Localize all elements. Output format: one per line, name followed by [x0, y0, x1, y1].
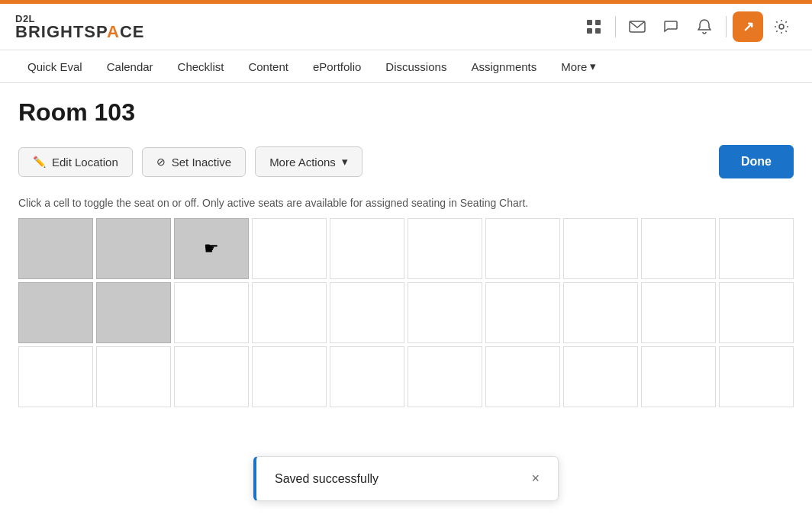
instruction-text: Click a cell to toggle the seat on or of…	[18, 197, 794, 209]
nav-calendar[interactable]: Calendar	[95, 51, 166, 82]
seat-cell[interactable]	[330, 346, 404, 407]
nav-checklist[interactable]: Checklist	[166, 51, 237, 82]
svg-rect-1	[595, 20, 601, 25]
chevron-down-icon: ▾	[590, 59, 596, 73]
seat-cell[interactable]	[408, 346, 482, 407]
seat-cell[interactable]	[563, 346, 638, 407]
seat-cell[interactable]	[719, 346, 794, 407]
navigation: Quick Eval Calendar Checklist Content eP…	[0, 50, 812, 83]
seat-cell[interactable]	[330, 282, 404, 343]
toast-message: Saved successfully	[275, 472, 379, 486]
seat-cell[interactable]	[96, 282, 171, 343]
grid-icon[interactable]	[578, 11, 609, 42]
seat-cell[interactable]	[96, 218, 171, 279]
seat-cell[interactable]	[641, 218, 716, 279]
seat-cell[interactable]	[563, 218, 638, 279]
seat-cell[interactable]	[485, 218, 560, 279]
seat-cell[interactable]	[408, 282, 482, 343]
seat-cell[interactable]	[96, 346, 171, 407]
seat-cell[interactable]	[485, 346, 560, 407]
chat-icon[interactable]	[656, 11, 686, 42]
inactive-icon: ⊘	[156, 156, 166, 168]
logo: D2L BRIGHTSPACE	[15, 14, 145, 40]
seat-cell[interactable]	[174, 346, 249, 407]
seat-cell[interactable]: ☛	[174, 218, 249, 279]
action-bar: ✏️ Edit Location ⊘ Set Inactive More Act…	[18, 145, 794, 178]
seat-cell[interactable]	[18, 346, 93, 407]
seat-cell[interactable]	[174, 282, 249, 343]
pencil-icon: ✏️	[33, 156, 46, 168]
bell-icon[interactable]	[689, 11, 720, 42]
edit-location-button[interactable]: ✏️ Edit Location	[18, 147, 133, 177]
svg-rect-0	[587, 20, 592, 25]
page-content: Room 103 ✏️ Edit Location ⊘ Set Inactive…	[0, 83, 812, 423]
divider-1	[615, 16, 616, 37]
user-avatar-icon[interactable]: ↗	[733, 11, 763, 42]
seat-cell[interactable]	[641, 346, 716, 407]
seat-cell[interactable]	[252, 282, 327, 343]
toast-container: Saved successfully ×	[253, 456, 559, 501]
nav-content[interactable]: Content	[236, 51, 301, 82]
set-inactive-button[interactable]: ⊘ Set Inactive	[142, 147, 246, 177]
chevron-down-icon: ▾	[342, 155, 348, 169]
svg-rect-3	[595, 28, 601, 34]
svg-point-5	[779, 24, 784, 29]
toast-notification: Saved successfully ×	[253, 456, 559, 501]
seat-cell[interactable]	[330, 218, 404, 279]
seat-cell[interactable]	[719, 218, 794, 279]
seat-cell[interactable]	[719, 282, 794, 343]
seat-cell[interactable]	[18, 282, 93, 343]
svg-rect-2	[587, 28, 592, 34]
seat-cell[interactable]	[252, 218, 327, 279]
seat-cell[interactable]	[641, 282, 716, 343]
nav-eportfolio[interactable]: ePortfolio	[301, 51, 373, 82]
seat-cell[interactable]	[252, 346, 327, 407]
seat-cell[interactable]	[485, 282, 560, 343]
divider-2	[726, 16, 727, 37]
nav-more[interactable]: More ▾	[549, 50, 608, 82]
seat-cell[interactable]	[408, 218, 482, 279]
header-icons: ↗	[578, 11, 797, 42]
seat-grid: ☛	[18, 218, 794, 407]
nav-quick-eval[interactable]: Quick Eval	[15, 51, 95, 82]
nav-assignments[interactable]: Assignments	[459, 51, 549, 82]
page-title: Room 103	[18, 98, 794, 127]
header: D2L BRIGHTSPACE ↗	[0, 4, 812, 50]
nav-discussions[interactable]: Discussions	[373, 51, 459, 82]
done-button[interactable]: Done	[719, 145, 794, 178]
seat-cell[interactable]	[18, 218, 93, 279]
toast-close-button[interactable]: ×	[531, 471, 540, 487]
mail-icon[interactable]	[622, 11, 652, 42]
settings-icon[interactable]	[766, 11, 797, 42]
more-actions-button[interactable]: More Actions ▾	[255, 146, 362, 177]
seat-cell[interactable]	[563, 282, 638, 343]
logo-brightspace: BRIGHTSPACE	[15, 24, 145, 40]
